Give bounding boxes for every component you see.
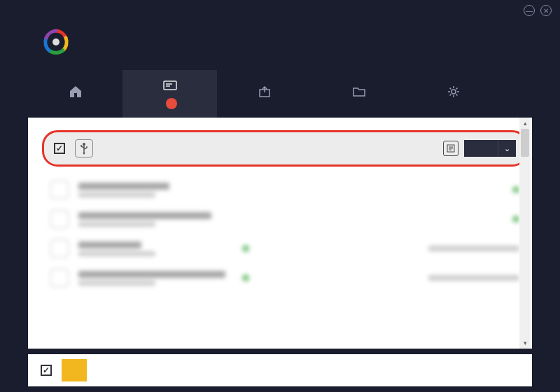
device-checkbox[interactable] bbox=[54, 143, 65, 154]
titlebar: — ✕ bbox=[0, 0, 560, 21]
app-header bbox=[0, 21, 560, 70]
monitor-icon bbox=[162, 78, 178, 94]
updates-badge bbox=[166, 98, 177, 109]
device-row-blurred bbox=[41, 175, 529, 204]
tab-backup[interactable] bbox=[217, 70, 312, 118]
device-row-blurred bbox=[41, 204, 529, 234]
gear-icon bbox=[446, 84, 461, 99]
folder-icon bbox=[351, 84, 367, 99]
footer-panel bbox=[28, 354, 532, 386]
home-icon bbox=[68, 84, 83, 99]
scroll-down-icon[interactable]: ▾ bbox=[519, 337, 531, 349]
backup-icon bbox=[257, 84, 272, 99]
content-panel: ⌄ ▴ ▾ bbox=[28, 118, 532, 349]
nav-tabs bbox=[0, 70, 560, 118]
device-row-blurred bbox=[41, 234, 529, 263]
usb-icon bbox=[75, 139, 93, 158]
scroll-thumb[interactable] bbox=[521, 129, 529, 157]
update-button-label bbox=[464, 140, 498, 157]
tab-home[interactable] bbox=[28, 70, 122, 118]
device-row-highlighted: ⌄ bbox=[42, 130, 528, 167]
scroll-up-icon[interactable]: ▴ bbox=[519, 118, 531, 129]
svg-rect-1 bbox=[164, 81, 176, 90]
select-all-checkbox[interactable] bbox=[41, 365, 52, 376]
svg-point-5 bbox=[451, 90, 456, 94]
svg-point-0 bbox=[52, 38, 59, 46]
device-row-blurred bbox=[41, 263, 529, 293]
scrollbar[interactable]: ▴ ▾ bbox=[519, 118, 531, 349]
tab-driver-updates[interactable] bbox=[122, 70, 217, 118]
update-button[interactable]: ⌄ bbox=[464, 140, 516, 157]
download-install-button[interactable] bbox=[62, 359, 87, 382]
tab-label bbox=[162, 98, 177, 109]
chevron-down-icon[interactable]: ⌄ bbox=[498, 140, 516, 157]
app-logo-icon bbox=[42, 28, 70, 56]
close-button[interactable]: ✕ bbox=[540, 5, 552, 16]
minimize-button[interactable]: — bbox=[524, 5, 535, 16]
details-icon[interactable] bbox=[443, 141, 458, 156]
tab-settings[interactable] bbox=[406, 70, 500, 118]
tab-restore[interactable] bbox=[312, 70, 406, 118]
